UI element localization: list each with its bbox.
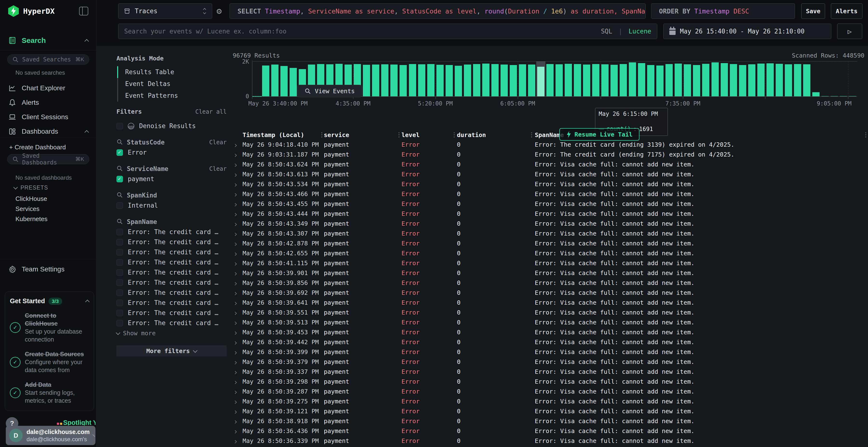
histogram-bar[interactable] (611, 65, 618, 96)
histogram-bar[interactable] (822, 96, 829, 96)
histogram-bar[interactable] (436, 65, 444, 96)
table-row[interactable]: May 26 8:50:39.856 PMpaymentError0Error:… (229, 278, 868, 288)
row-expand-button[interactable] (234, 339, 243, 346)
presets-toggle[interactable]: PRESETS (14, 184, 48, 191)
table-row[interactable]: May 26 8:50:43.307 PMpaymentError0Error:… (229, 229, 868, 238)
histogram-bar[interactable] (849, 96, 856, 96)
filter-option[interactable]: Error: The credit card … (117, 318, 229, 328)
table-row[interactable]: May 26 8:50:39.641 PMpaymentError0Error:… (229, 298, 868, 308)
row-expand-button[interactable] (234, 171, 243, 178)
histogram-bar[interactable] (482, 64, 490, 96)
filter-option[interactable]: Error: The credit card … (117, 237, 229, 247)
histogram-bar[interactable] (546, 64, 554, 96)
histogram-bar[interactable] (519, 64, 526, 96)
histogram-bar[interactable] (262, 66, 269, 96)
histogram-bar[interactable] (803, 64, 810, 96)
histogram-bar[interactable] (620, 64, 627, 96)
histogram-bar[interactable] (464, 65, 471, 96)
histogram-bar[interactable] (583, 65, 590, 96)
filter-checkbox[interactable] (117, 269, 123, 276)
row-expand-button[interactable] (234, 348, 243, 355)
filter-option[interactable]: Error (117, 147, 229, 158)
table-row[interactable]: May 26 8:50:36.339 PMpaymentError0Error:… (229, 436, 868, 446)
histogram-bar[interactable] (271, 65, 278, 96)
table-row[interactable]: May 26 8:50:36.329 PMpaymentError0Error:… (229, 446, 868, 447)
filter-option[interactable]: Error: The credit card … (117, 227, 229, 237)
sidebar-item-search[interactable]: Search (0, 35, 96, 46)
row-expand-button[interactable] (234, 358, 243, 365)
row-expand-button[interactable] (234, 398, 243, 405)
histogram-bar[interactable] (409, 64, 416, 96)
column-separator[interactable]: ⋮ (528, 131, 535, 138)
row-expand-button[interactable] (234, 210, 243, 217)
language-sql-toggle[interactable]: SQL (601, 28, 612, 35)
table-row[interactable]: May 26 8:50:39.901 PMpaymentError0Error:… (229, 268, 868, 278)
histogram-bar[interactable] (363, 65, 370, 96)
histogram-bar[interactable] (647, 65, 654, 97)
row-expand-button[interactable] (234, 319, 243, 326)
row-expand-button[interactable] (234, 151, 243, 158)
analysis-mode-item[interactable]: Results Table (125, 66, 229, 78)
filter-checkbox[interactable] (117, 202, 123, 209)
preset-services[interactable]: Services (16, 205, 39, 213)
table-row[interactable]: May 26 9:03:31.187 PMpaymentError0Error:… (229, 149, 868, 160)
table-row[interactable]: May 26 8:50:43.349 PMpaymentError0Error:… (229, 219, 868, 229)
row-expand-button[interactable] (234, 408, 243, 415)
get-started-item[interactable]: ✓ Connect to ClickHouse Set up your data… (10, 312, 89, 343)
row-expand-button[interactable] (234, 289, 243, 296)
row-expand-button[interactable] (234, 161, 243, 168)
source-settings-gear-icon[interactable]: ⚙ (217, 6, 222, 16)
row-expand-button[interactable] (234, 181, 243, 187)
live-tail-play-button[interactable]: ▷ (837, 24, 862, 39)
table-row[interactable]: May 26 8:50:43.534 PMpaymentError0Error:… (229, 179, 868, 189)
table-row[interactable]: May 26 8:50:39.379 PMpaymentError0Error:… (229, 357, 868, 367)
analysis-mode-item[interactable]: Event Patterns (125, 90, 229, 102)
row-expand-button[interactable] (234, 260, 243, 267)
table-row[interactable]: May 26 8:50:42.878 PMpaymentError0Error:… (229, 238, 868, 248)
save-button[interactable]: Save (801, 3, 825, 19)
table-row[interactable]: May 26 8:50:39.513 PMpaymentError0Error:… (229, 317, 868, 327)
histogram-bar[interactable] (712, 62, 719, 96)
table-row[interactable]: May 26 8:50:39.287 PMpaymentError0Error:… (229, 386, 868, 397)
saved-searches-input[interactable]: Saved Searches ⌘K (7, 55, 89, 65)
row-expand-button[interactable] (234, 240, 243, 247)
source-select[interactable]: Traces (118, 3, 212, 19)
col-header-level[interactable]: level (401, 132, 457, 138)
get-started-item[interactable]: ✓ Create Data Sources Configure where yo… (10, 350, 89, 374)
histogram-bar[interactable] (702, 64, 709, 96)
row-expand-button[interactable] (234, 200, 243, 207)
resume-live-tail-button[interactable]: Resume Live Tail (559, 128, 640, 141)
filter-checkbox[interactable] (117, 229, 123, 235)
histogram-bar[interactable] (684, 64, 691, 96)
table-row[interactable]: May 26 8:50:43.444 PMpaymentError0Error:… (229, 209, 868, 219)
histogram-bar[interactable] (491, 64, 499, 96)
col-header-service[interactable]: service (324, 132, 401, 138)
sql-select-input[interactable]: SELECT Timestamp, ServiceName as service… (229, 3, 646, 19)
filter-clear-link[interactable]: Clear (209, 139, 227, 146)
histogram-bar[interactable] (427, 64, 434, 96)
histogram-bar[interactable] (556, 64, 563, 96)
histogram-bar[interactable] (400, 65, 407, 96)
row-expand-button[interactable] (234, 388, 243, 395)
row-expand-button[interactable] (234, 418, 243, 424)
sidebar-item-client-sessions[interactable]: Client Sessions (0, 112, 96, 122)
column-separator[interactable]: ⋮ (451, 131, 457, 138)
table-row[interactable]: May 26 8:50:39.121 PMpaymentError0Error:… (229, 406, 868, 416)
row-expand-button[interactable] (234, 191, 243, 198)
table-row[interactable]: May 26 8:50:43.624 PMpaymentError0Error:… (229, 160, 868, 169)
histogram-bar[interactable] (767, 63, 774, 96)
histogram-bar[interactable] (601, 64, 609, 96)
row-expand-button[interactable] (234, 368, 243, 375)
histogram-bar[interactable] (656, 66, 663, 96)
filter-option[interactable]: Error: The credit card … (117, 287, 229, 298)
histogram-bar[interactable] (537, 67, 545, 96)
filter-checkbox[interactable] (117, 176, 123, 182)
table-row[interactable]: May 26 8:50:39.551 PMpaymentError0Error:… (229, 308, 868, 317)
show-more-link[interactable]: Show more (117, 328, 229, 338)
filter-checkbox[interactable] (117, 310, 123, 316)
histogram-bar[interactable] (776, 64, 783, 96)
histogram-bar[interactable] (418, 64, 425, 96)
histogram-bar[interactable] (473, 64, 480, 96)
filter-option[interactable]: Error: The credit card … (117, 247, 229, 257)
row-expand-button[interactable] (234, 427, 243, 435)
